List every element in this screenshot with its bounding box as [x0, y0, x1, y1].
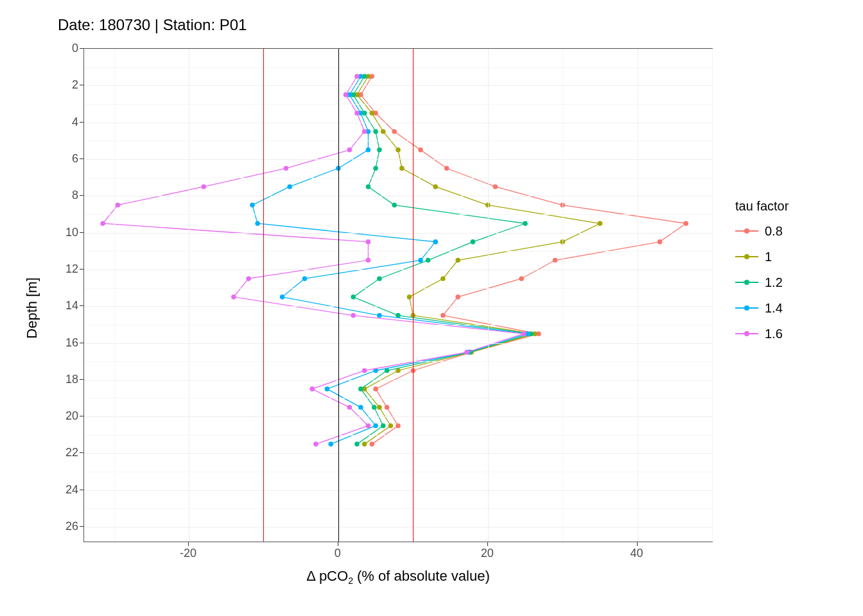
data-point	[366, 424, 371, 429]
data-point	[426, 258, 431, 263]
legend-label: 1.4	[765, 301, 783, 316]
data-point	[250, 203, 255, 208]
y-tick-label: 14	[46, 299, 78, 312]
grid-horizontal	[84, 416, 712, 417]
data-point	[354, 110, 360, 116]
data-point	[377, 405, 382, 410]
data-point	[455, 295, 460, 300]
legend-label: 1.2	[765, 275, 783, 290]
y-tick-label: 4	[46, 115, 78, 128]
data-point	[493, 184, 498, 189]
grid-horizontal	[84, 527, 712, 527]
x-tick-label: -20	[180, 547, 196, 560]
y-tick-label: 6	[46, 151, 78, 165]
reference-line	[263, 49, 264, 542]
data-point	[464, 350, 469, 355]
grid-horizontal-minor	[84, 141, 712, 141]
x-tick	[188, 542, 189, 546]
data-point	[344, 92, 349, 98]
grid-horizontal-minor	[84, 67, 712, 68]
legend-label: 0.8	[765, 224, 783, 239]
legend-title: tau factor	[735, 199, 789, 214]
x-tick-label: 0	[335, 547, 341, 560]
y-tick-label: 8	[46, 189, 78, 202]
data-point	[377, 276, 382, 281]
data-point	[313, 441, 318, 447]
data-point	[440, 276, 446, 281]
y-tick-label: 12	[46, 262, 78, 275]
grid-horizontal-minor	[84, 325, 712, 325]
data-point	[385, 405, 390, 410]
data-point	[372, 405, 377, 410]
grid-horizontal-minor	[84, 508, 712, 509]
x-tick-label: 40	[631, 547, 643, 560]
x-axis-label-text: Δ pCO2 (% of absolute value)	[306, 568, 489, 584]
data-point	[354, 441, 360, 447]
data-point	[366, 239, 371, 244]
x-tick	[487, 542, 488, 546]
legend-label: 1	[765, 250, 772, 264]
data-point	[523, 221, 528, 226]
data-point	[287, 184, 292, 189]
data-point	[366, 184, 371, 189]
plot-panel	[83, 48, 713, 542]
grid-horizontal	[84, 453, 712, 454]
grid-horizontal	[84, 343, 712, 344]
series-line	[353, 76, 531, 444]
y-tick-label: 20	[46, 409, 78, 423]
data-point	[377, 148, 382, 153]
data-point	[351, 295, 356, 300]
data-point	[362, 129, 367, 134]
legend-key	[735, 223, 758, 239]
grid-horizontal	[84, 306, 712, 307]
data-point	[347, 405, 353, 410]
y-axis-label: Depth [m]	[19, 0, 45, 616]
data-point	[373, 386, 378, 391]
legend-item: 1.2	[735, 273, 789, 292]
series-line	[252, 76, 527, 444]
y-tick-label: 18	[46, 372, 78, 386]
data-point	[373, 424, 378, 429]
data-point	[362, 441, 367, 447]
y-tick	[80, 85, 83, 85]
data-point	[373, 166, 378, 171]
x-axis-label: Δ pCO2 (% of absolute value)	[83, 568, 713, 586]
y-tick-label: 0	[46, 42, 78, 55]
legend-item: 1.4	[735, 298, 789, 318]
data-point	[354, 74, 360, 79]
chart-title: Date: 180730 | Station: P01	[58, 16, 247, 34]
grid-horizontal-minor	[84, 288, 712, 289]
grid-horizontal-minor	[84, 361, 712, 362]
y-tick	[80, 343, 83, 343]
data-point	[433, 239, 438, 244]
grid-horizontal-minor	[84, 104, 712, 105]
legend-key	[735, 249, 758, 264]
x-tick-label: 20	[481, 547, 494, 560]
data-point	[366, 148, 371, 153]
data-point	[347, 148, 353, 153]
y-tick	[80, 122, 83, 123]
y-tick	[80, 158, 83, 159]
data-point	[433, 184, 438, 189]
grid-horizontal-minor	[84, 435, 712, 436]
y-tick	[80, 490, 83, 490]
data-point	[392, 129, 397, 134]
y-tick	[80, 269, 83, 270]
data-point	[246, 276, 251, 281]
data-point	[683, 221, 688, 226]
data-point	[231, 295, 236, 300]
grid-horizontal	[84, 270, 712, 270]
grid-horizontal	[84, 233, 712, 234]
data-point	[284, 166, 289, 171]
data-point	[598, 221, 603, 226]
y-tick	[80, 416, 83, 416]
legend-item: 1	[735, 247, 789, 266]
data-point	[519, 276, 524, 281]
legend-dot-icon	[744, 280, 749, 285]
data-point	[362, 368, 367, 373]
grid-horizontal-minor	[84, 472, 712, 472]
legend-key	[735, 326, 758, 341]
x-tick	[338, 542, 338, 546]
data-point	[369, 110, 374, 116]
reference-line	[413, 49, 414, 542]
